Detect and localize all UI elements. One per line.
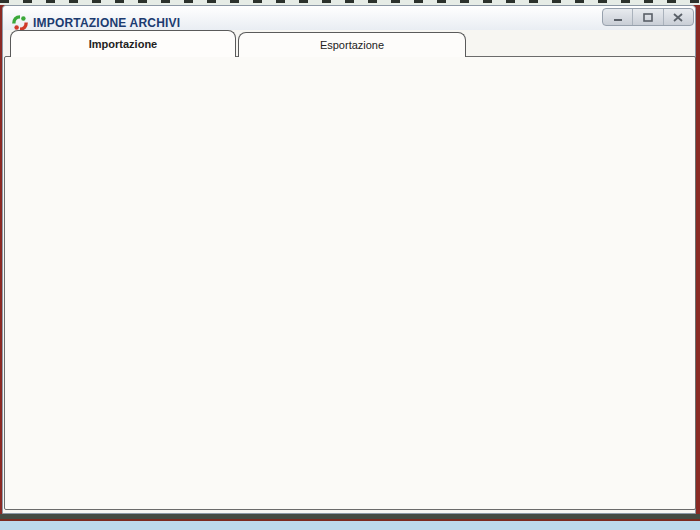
tab-importazione-label: Importazione: [89, 38, 157, 50]
desktop-strip: [0, 521, 700, 530]
close-icon: [673, 13, 683, 22]
tab-esportazione-label: Esportazione: [320, 39, 384, 51]
maximize-button[interactable]: [633, 9, 663, 25]
maximize-icon: [643, 13, 653, 22]
tab-esportazione[interactable]: Esportazione: [238, 32, 466, 57]
tab-panel: [4, 56, 696, 510]
window-controls: [602, 8, 694, 26]
minimize-icon: [613, 13, 623, 22]
minimize-button[interactable]: [603, 9, 633, 25]
window-title: IMPORTAZIONE ARCHIVI: [33, 16, 180, 30]
close-button[interactable]: [664, 9, 693, 25]
tab-importazione[interactable]: Importazione: [10, 30, 236, 57]
screen: IMPORTAZIONE ARCHIVI Importazione Esport…: [0, 0, 700, 530]
